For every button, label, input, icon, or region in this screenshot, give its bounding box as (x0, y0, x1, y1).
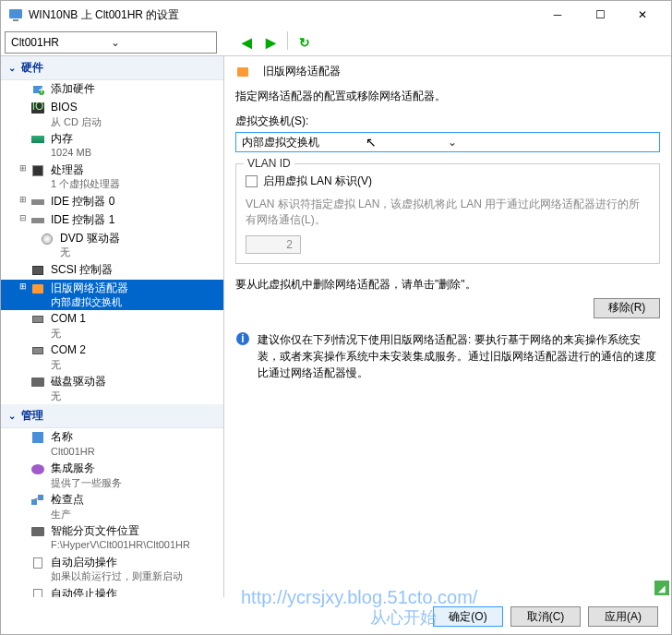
collapse-icon[interactable]: ⊟ (18, 213, 29, 222)
integration-icon (30, 461, 45, 476)
sidebar-item-name[interactable]: 名称Clt001HR (1, 428, 223, 460)
sidebar-item-scsi[interactable]: SCSI 控制器 (1, 261, 223, 280)
collapse-icon[interactable]: ⌄ (8, 63, 16, 73)
memory-icon (30, 132, 45, 147)
diskette-icon (30, 375, 45, 389)
switch-value: 内部虚拟交换机 (242, 135, 448, 150)
checkpoint-icon (30, 493, 45, 508)
vlan-groupbox: VLAN ID 启用虚拟 LAN 标识(V) VLAN 标识符指定虚拟 LAN，… (235, 163, 660, 264)
maximize-button[interactable]: ☐ (579, 1, 621, 29)
sidebar-item-dvd[interactable]: DVD 驱动器无 (1, 230, 223, 261)
vlan-group-title: VLAN ID (244, 157, 294, 170)
refresh-icon[interactable]: ↻ (294, 31, 316, 54)
collapse-icon[interactable]: ⌄ (8, 411, 16, 421)
sidebar-item-smartpaging[interactable]: 智能分页文件位置F:\HyperV\Clt001HR\Clt001HR (1, 522, 223, 554)
dialog-footer: 确定(O) 取消(C) 应用(A) (433, 606, 658, 627)
bios-icon: IO (30, 101, 45, 115)
cancel-button[interactable]: 取消(C) (510, 606, 581, 627)
svg-rect-7 (31, 499, 37, 505)
sidebar-item-com2[interactable]: COM 2无 (1, 341, 223, 373)
toolbar: Clt001HR ⌄ ◀ ▶ ↻ (1, 29, 671, 56)
sidebar-item-autostart[interactable]: 自动启动操作如果以前运行过，则重新启动 (1, 554, 223, 585)
sidebar-item-bios[interactable]: IO BIOS从 CD 启动 (1, 99, 223, 130)
svg-text:i: i (241, 332, 244, 345)
dvd-icon (40, 232, 54, 246)
nic-icon (30, 282, 45, 296)
virtual-switch-dropdown[interactable]: 内部虚拟交换机 ⌄ ↖ (235, 132, 660, 152)
sidebar-item-add-hardware[interactable]: + 添加硬件 (1, 80, 223, 99)
vlan-enable-checkbox[interactable] (246, 175, 258, 187)
nav-forward-icon[interactable]: ▶ (259, 31, 282, 54)
paging-icon (30, 524, 45, 539)
svg-text:IO: IO (32, 102, 44, 113)
chevron-down-icon: ⌄ (448, 136, 654, 149)
detail-pane: 旧版网络适配器 指定网络适配器的配置或移除网络适配器。 虚拟交换机(S): 内部… (224, 56, 671, 597)
watermark-text: 从心开始 (370, 606, 437, 629)
name-icon (30, 430, 45, 445)
vm-selector-value: Clt001HR (11, 36, 111, 49)
vm-selector-dropdown[interactable]: Clt001HR ⌄ (5, 31, 217, 54)
svg-rect-1 (13, 19, 18, 21)
autostart-icon (30, 556, 45, 570)
category-hardware[interactable]: ⌄ 硬件 (1, 56, 223, 80)
vlan-checkbox-label: 启用虚拟 LAN 标识(V) (263, 174, 372, 189)
sidebar-item-legacy-nic[interactable]: ⊞ 旧版网络适配器内部虚拟交换机 (1, 280, 223, 311)
ide-icon (30, 195, 45, 210)
nav-back-icon[interactable]: ◀ (235, 31, 258, 54)
autostop-icon (30, 587, 45, 597)
sidebar-item-autostop[interactable]: 自动停止操作保存 (1, 585, 223, 597)
separator (287, 31, 288, 50)
ide-icon (30, 213, 45, 228)
vlan-id-input (246, 235, 301, 254)
sidebar-item-ide0[interactable]: ⊞ IDE 控制器 0 (1, 193, 223, 211)
app-icon (8, 7, 23, 22)
expand-icon[interactable]: ⊞ (18, 195, 29, 204)
apply-button[interactable]: 应用(A) (588, 606, 658, 627)
sidebar-item-com1[interactable]: COM 1无 (1, 310, 223, 341)
sidebar-item-diskette[interactable]: 磁盘驱动器无 (1, 373, 223, 404)
svg-text:+: + (38, 84, 44, 96)
remove-button[interactable]: 移除(R) (594, 298, 660, 318)
switch-label: 虚拟交换机(S): (235, 114, 660, 129)
info-text: 建议你仅在下列情况下使用旧版网络适配器: 要执行基于网络的来宾操作系统安装，或者… (258, 331, 660, 381)
resize-grip-icon[interactable]: ◢ (654, 581, 669, 595)
detail-title: 旧版网络适配器 (263, 64, 341, 79)
vlan-help-text: VLAN 标识符指定虚拟 LAN，该虚拟机将此 LAN 用于通过此网络适配器进行… (246, 197, 650, 228)
detail-description: 指定网络适配器的配置或移除网络适配器。 (235, 89, 660, 104)
expand-icon[interactable]: ⊞ (18, 163, 29, 173)
cpu-icon (30, 163, 45, 178)
close-button[interactable]: ✕ (621, 1, 664, 29)
remove-description: 要从此虚拟机中删除网络适配器，请单击"删除"。 (235, 277, 660, 293)
minimize-button[interactable]: ─ (536, 1, 579, 29)
chevron-down-icon: ⌄ (111, 36, 210, 49)
title-bar: WIN10NB 上 Clt001HR 的设置 ─ ☐ ✕ (1, 1, 671, 29)
com-port-icon (30, 312, 45, 327)
svg-rect-0 (9, 9, 22, 18)
sidebar-item-checkpoint[interactable]: 检查点生产 (1, 491, 223, 522)
ok-button[interactable]: 确定(O) (433, 606, 503, 627)
sidebar-item-memory[interactable]: 内存1024 MB (1, 130, 223, 162)
nic-icon (235, 65, 250, 79)
add-hardware-icon: + (30, 82, 45, 97)
settings-sidebar: ⌄ 硬件 + 添加硬件 IO BIOS从 CD 启动 内存1024 MB ⊞ 处… (1, 56, 224, 597)
expand-icon[interactable]: ⊞ (18, 282, 29, 291)
scsi-icon (30, 263, 45, 278)
sidebar-item-integration[interactable]: 集成服务提供了一些服务 (1, 460, 223, 491)
com-port-icon (30, 343, 45, 358)
sidebar-item-processor[interactable]: ⊞ 处理器1 个虚拟处理器 (1, 162, 223, 193)
window-title: WIN10NB 上 Clt001HR 的设置 (29, 7, 536, 23)
sidebar-item-ide1[interactable]: ⊟ IDE 控制器 1 (1, 211, 223, 230)
info-icon: i (235, 331, 250, 346)
category-management[interactable]: ⌄ 管理 (1, 404, 223, 428)
